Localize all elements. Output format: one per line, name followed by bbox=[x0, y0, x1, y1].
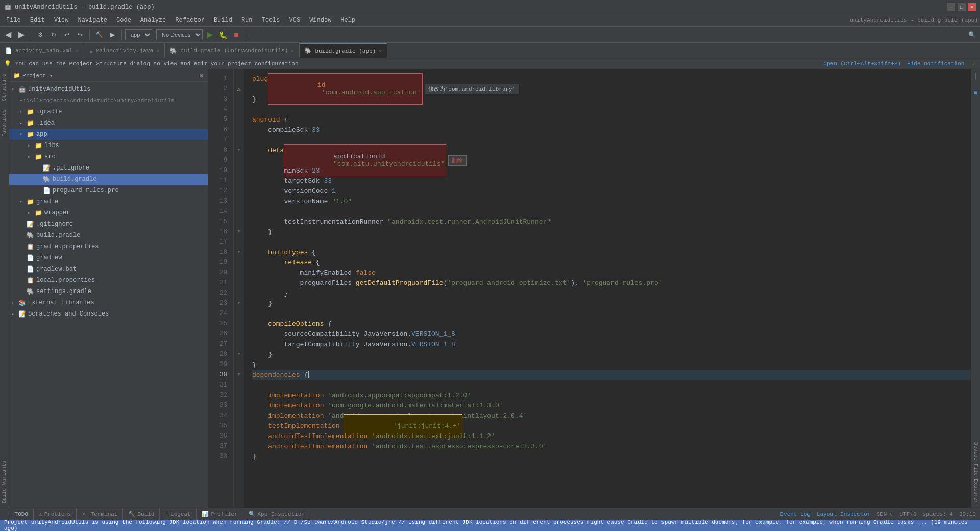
todo-tab[interactable]: ≡ TODO bbox=[4, 508, 34, 520]
tree-item-gradle-properties[interactable]: 📋 gradle.properties bbox=[9, 241, 208, 252]
tree-item-external-libraries[interactable]: ▸ 📚 External Libraries bbox=[9, 297, 208, 308]
close-button[interactable]: ✕ bbox=[968, 3, 976, 11]
search-everywhere-button[interactable]: 🔍 bbox=[966, 29, 978, 41]
gutter-cell-35 bbox=[234, 421, 244, 431]
open-project-structure-link[interactable]: Open (Ctrl+Alt+Shift+S) bbox=[823, 61, 901, 67]
tree-item-gradle-hidden[interactable]: ▸ 📁 .gradle bbox=[9, 106, 208, 117]
tab-activity-main-xml[interactable]: 📄 activity_main.xml ✕ bbox=[0, 43, 84, 58]
line-num-18: 18 bbox=[208, 247, 233, 257]
kw-implementation-32: implementation bbox=[268, 392, 324, 399]
tree-item-root[interactable]: ▾ 🤖 unityAndroidUtils bbox=[9, 84, 208, 95]
line-num-27: 27 bbox=[208, 339, 233, 349]
terminal-tab[interactable]: >_ Terminal bbox=[77, 508, 123, 520]
tree-item-gradle-folder[interactable]: ▾ 📁 gradle bbox=[9, 196, 208, 207]
menu-tools[interactable]: Tools bbox=[258, 16, 284, 25]
menu-code[interactable]: Code bbox=[112, 16, 135, 25]
code-editor[interactable]: 1 2 3 4 5 6 7 8 9 10 11 12 13 14 15 16 1… bbox=[208, 69, 971, 508]
tab-close-build-gradle-app[interactable]: ✕ bbox=[379, 48, 382, 54]
menu-bar: File Edit View Navigate Code Analyze Ref… bbox=[0, 14, 980, 27]
tree-item-app[interactable]: ▾ 📁 app bbox=[9, 129, 208, 140]
menu-vcs[interactable]: VCS bbox=[285, 16, 305, 25]
tab-build-gradle-app[interactable]: 🐘 build.gradle (app) ✕ bbox=[300, 43, 387, 58]
minimize-button[interactable]: ─ bbox=[947, 3, 955, 11]
encoding[interactable]: UTF-8 bbox=[900, 511, 917, 517]
gutter-cell-5 bbox=[234, 114, 244, 125]
plain-37-space bbox=[368, 443, 372, 450]
fn-release: release bbox=[284, 259, 312, 267]
problems-tab[interactable]: ⚠ Problems bbox=[34, 508, 77, 520]
tab-close-mainactivity[interactable]: ✕ bbox=[156, 47, 159, 54]
cursor-pos: 30:13 bbox=[959, 511, 976, 517]
event-log-link[interactable]: Event Log bbox=[780, 511, 810, 517]
code-line-16: } bbox=[252, 227, 971, 237]
debug-button[interactable]: 🐛 bbox=[217, 29, 229, 41]
redo-button[interactable]: ↪ bbox=[74, 29, 86, 41]
tab-build-gradle-project[interactable]: 🐘 build.gradle (unityAndroidUtils) ✕ bbox=[165, 43, 300, 58]
forward-button[interactable]: ▶ bbox=[15, 29, 28, 41]
line-num-23: 23 bbox=[208, 298, 233, 308]
plain-16: } bbox=[252, 228, 272, 236]
code-content[interactable]: plugins { id 'com.android.application' 修… bbox=[244, 69, 971, 508]
device-selector[interactable]: No Devices bbox=[156, 29, 203, 40]
logcat-icon: ≡ bbox=[165, 511, 168, 517]
tree-arrow-idea: ▸ bbox=[19, 120, 26, 126]
tree-item-wrapper[interactable]: ▸ 📁 wrapper bbox=[9, 207, 208, 219]
menu-analyze[interactable]: Analyze bbox=[136, 16, 170, 25]
project-tree: ▾ 🤖 unityAndroidUtils F:\AllProjects\And… bbox=[9, 82, 208, 508]
plain-targetSdk: targetSdk bbox=[252, 177, 324, 185]
profiler-tab[interactable]: 📊 Profiler bbox=[197, 508, 243, 520]
plain-sourceCompat: sourceCompatibility bbox=[252, 330, 363, 338]
app-inspection-tab[interactable]: 🔍 App Inspection bbox=[243, 508, 310, 520]
tree-item-local-properties[interactable]: 📋 local.properties bbox=[9, 275, 208, 286]
menu-window[interactable]: Window bbox=[305, 16, 335, 25]
tree-item-build-gradle-root[interactable]: 🐘 build.gradle bbox=[9, 230, 208, 241]
plain-brace-3: } bbox=[252, 95, 256, 103]
menu-refactor[interactable]: Refactor bbox=[171, 16, 209, 25]
tree-item-gitignore-root[interactable]: 📝 .gitignore bbox=[9, 219, 208, 230]
stop-button[interactable]: ■ bbox=[230, 29, 242, 41]
tree-item-scratches[interactable]: ▸ 📝 Scratches and Consoles bbox=[9, 308, 208, 320]
project-tree-settings-btn[interactable]: ⚙ bbox=[199, 73, 204, 78]
tab-close-activity-main[interactable]: ✕ bbox=[76, 47, 79, 54]
tab-mainactivity-java[interactable]: ☕ MainActivity.java ✕ bbox=[84, 43, 165, 58]
line-ending[interactable]: spaces: 4 bbox=[923, 511, 953, 517]
logcat-tab[interactable]: ≡ Logcat bbox=[160, 508, 196, 520]
build-variants-tab[interactable]: Build Variants bbox=[1, 456, 8, 508]
hide-notification-link[interactable]: Hide notification bbox=[907, 61, 964, 67]
run-config-button[interactable]: ▶ bbox=[106, 29, 118, 41]
structure-tab[interactable]: Structure bbox=[1, 69, 8, 105]
line-num-7: 7 bbox=[208, 135, 233, 145]
settings-button[interactable]: ⚙ bbox=[34, 29, 46, 41]
favorites-tab[interactable]: Favorites bbox=[1, 105, 8, 141]
tree-item-idea[interactable]: ▸ 📁 .idea bbox=[9, 117, 208, 129]
run-button[interactable]: ▶ bbox=[204, 29, 216, 41]
tab-close-build-gradle-project[interactable]: ✕ bbox=[291, 47, 294, 54]
menu-view[interactable]: View bbox=[50, 16, 73, 25]
tree-item-build-gradle-app[interactable]: 🐘 build.gradle bbox=[9, 174, 208, 185]
tree-item-settings-gradle[interactable]: 🐘 settings.gradle bbox=[9, 286, 208, 297]
menu-help[interactable]: Help bbox=[336, 16, 359, 25]
build-button[interactable]: 🔨 bbox=[93, 29, 105, 41]
code-line-2: id 'com.android.application' 修改为'com.and… bbox=[252, 84, 971, 94]
tree-item-proguard[interactable]: 📄 proguard-rules.pro bbox=[9, 185, 208, 196]
device-file-explorer-tab[interactable]: Device File Explorer bbox=[972, 438, 979, 508]
tree-item-src[interactable]: ▸ 📁 src bbox=[9, 151, 208, 162]
build-tab[interactable]: 🔨 Build bbox=[123, 508, 160, 520]
tree-item-gradlew-bat[interactable]: 📄 gradlew.bat bbox=[9, 263, 208, 275]
str-appid: "com.aitu.unityandroidutils" bbox=[333, 160, 445, 168]
app-selector[interactable]: app bbox=[125, 29, 152, 40]
back-button[interactable]: ◀ bbox=[2, 29, 14, 41]
layout-inspector-link[interactable]: Layout Inspector bbox=[817, 511, 871, 517]
menu-build[interactable]: Build bbox=[210, 16, 236, 25]
menu-edit[interactable]: Edit bbox=[26, 16, 49, 25]
gutter-cell-12 bbox=[234, 186, 244, 196]
menu-run[interactable]: Run bbox=[237, 16, 257, 25]
tree-item-libs[interactable]: ▸ 📁 libs bbox=[9, 140, 208, 151]
sync-button[interactable]: ↻ bbox=[47, 29, 60, 41]
menu-file[interactable]: File bbox=[2, 16, 25, 25]
maximize-button[interactable]: □ bbox=[958, 3, 966, 11]
menu-navigate[interactable]: Navigate bbox=[74, 16, 111, 25]
tree-item-gitignore-app[interactable]: 📝 .gitignore bbox=[9, 162, 208, 174]
undo-button[interactable]: ↩ bbox=[61, 29, 73, 41]
tree-item-gradlew[interactable]: 📄 gradlew bbox=[9, 252, 208, 263]
